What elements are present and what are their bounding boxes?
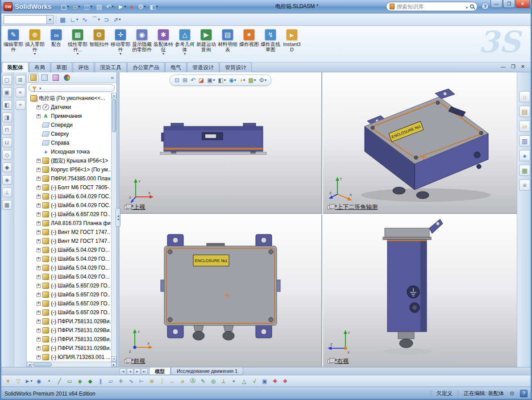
expand-icon[interactable] <box>37 329 41 333</box>
tree-item[interactable]: Корпус IP56<1> (По ум... <box>28 165 116 174</box>
tab-office-products[interactable]: 办公室产品 <box>127 62 165 72</box>
tree-item[interactable]: (-) ПФРИ.758131.029Ви... <box>28 317 116 326</box>
scroll-down-button[interactable] <box>112 356 116 362</box>
filter-sketch-points-icon[interactable]: ✛ <box>116 377 125 386</box>
expand-icon[interactable] <box>37 257 41 261</box>
spline-icon[interactable]: ∿ <box>81 16 89 24</box>
show-hidden-components-button[interactable]: ◉ 显示隐藏的零部件 <box>131 28 153 52</box>
expand-icon[interactable] <box>37 105 41 109</box>
filter-surface-bodies-icon[interactable]: ◈ <box>75 377 84 386</box>
tab-sketch[interactable]: 草图 <box>51 62 72 72</box>
filter-datum-targets-icon[interactable]: ⌖ <box>229 377 238 386</box>
expand-icon[interactable] <box>37 186 41 190</box>
hide-show-items-icon[interactable]: ◉ <box>229 77 236 83</box>
display-style-icon[interactable]: ◧ <box>218 77 225 83</box>
undo-button[interactable]: ↶ <box>105 3 115 11</box>
trim-entities-icon[interactable]: ⊃ <box>103 16 111 24</box>
tree-scrollbar[interactable] <box>111 93 116 362</box>
filter-connection-points-icon[interactable]: ❖ <box>281 377 290 386</box>
filter-surface-finish-icon[interactable]: √ <box>250 377 259 386</box>
apply-scene-icon[interactable]: ▦ <box>248 77 256 83</box>
scenes-icon[interactable]: ▦ <box>519 165 530 176</box>
view-selector-icon[interactable]: ▦ <box>2 200 12 210</box>
save-button[interactable]: ◫ <box>83 3 93 11</box>
selection-filter-toggle-icon[interactable]: ▼ <box>4 377 12 386</box>
tree-item[interactable]: (-) Шайба 5.04.029 ГО... <box>28 272 116 281</box>
view-left-icon[interactable]: ◧ <box>2 100 12 110</box>
expand-icon[interactable] <box>37 311 41 315</box>
search-dropdown-icon[interactable] <box>466 3 468 11</box>
view-palette-icon[interactable]: ▥ <box>519 135 530 146</box>
filter-axes-icon[interactable]: ∥ <box>96 377 105 386</box>
smart-fasteners-button[interactable]: ⚙ 智能扣件 <box>88 28 110 47</box>
tree-filter[interactable] <box>29 84 115 92</box>
normal-to-icon[interactable]: ⊥ <box>2 188 12 197</box>
tree-item[interactable]: (-) Винт М2 ГОСТ 1747... <box>28 228 116 237</box>
select-arrow-icon[interactable]: ► <box>24 377 33 386</box>
expand-icon[interactable] <box>37 320 41 324</box>
mate-button[interactable]: ∞ 配合 <box>46 28 67 47</box>
tree-item[interactable]: Исходная точка <box>28 147 116 156</box>
filter-dimensions-icon[interactable]: ↔ <box>168 377 177 386</box>
tree-hscrollbar[interactable] <box>27 362 116 367</box>
scrollbar-track[interactable] <box>112 133 116 356</box>
viewport-label[interactable]: *上下二等角轴测 <box>328 203 378 211</box>
help-button[interactable]: ? <box>482 3 489 10</box>
configurationmanager-tab[interactable] <box>51 73 61 82</box>
view-top-icon[interactable]: ⊓ <box>2 125 12 135</box>
expand-icon[interactable] <box>37 302 41 306</box>
rebuild-button[interactable]: ● <box>129 3 135 11</box>
expand-icon[interactable] <box>37 293 41 297</box>
doc-minimize-button[interactable]: — <box>501 64 506 69</box>
filter-weld-symbols-icon[interactable]: △ <box>240 377 249 386</box>
tab-tubing[interactable]: 管筒设计 <box>220 62 252 72</box>
filter-dropdown-icon[interactable] <box>39 85 42 91</box>
convert-entities-icon[interactable]: ⇗ <box>112 16 122 24</box>
tree-item[interactable]: Примечания <box>28 112 116 121</box>
expand-icon[interactable] <box>37 248 41 252</box>
hscroll-track[interactable] <box>53 362 111 367</box>
tab-motion-study[interactable]: Исследование движения 1 <box>171 367 243 375</box>
design-binder-icon[interactable]: ▦ <box>58 16 67 24</box>
filter-balloons-icon[interactable]: ◎ <box>209 377 218 386</box>
tree-item[interactable]: (-) Шайба 5.65Г.029 ГО... <box>28 290 116 299</box>
select-button[interactable]: ► <box>116 3 128 11</box>
insert-components-button[interactable]: ⊕ 插入零部件 <box>24 28 46 56</box>
filter-blocks-icon[interactable]: ▣ <box>260 377 269 386</box>
new-motion-study-button[interactable]: ▶ 新建运动算例 <box>195 28 217 52</box>
filter-sketch-segments-icon[interactable]: ∿ <box>127 377 136 386</box>
tree-item[interactable]: (-) Шайба 5.65Г.029 ГО... <box>28 308 116 317</box>
tree-item[interactable]: ПФРИ.754385.000 План... <box>28 174 116 183</box>
tree-item[interactable]: (-) Шайба 6.65Г.029 ГО... <box>28 210 116 219</box>
filter-solid-bodies-icon[interactable]: ◆ <box>86 377 95 386</box>
expand-icon[interactable] <box>37 230 41 234</box>
expand-panel-chevron[interactable]: » <box>111 75 115 81</box>
viewport-isometric-view[interactable]: ENCLOSURE №1 Y X Z *上下二等角轴测 <box>323 72 517 214</box>
filter-faces-icon[interactable]: ▭ <box>65 377 74 386</box>
filter-annotations-icon[interactable]: Ⓐ <box>188 377 197 386</box>
view-trimetric-icon[interactable]: ◈ <box>2 175 12 185</box>
tree-item[interactable]: Датчики <box>28 103 116 112</box>
graphics-area[interactable]: ⊡ ⊞ ↶ <box>120 72 517 367</box>
tree-item[interactable]: ЛА8.816.073 Планка фи... <box>28 219 116 228</box>
tree-item[interactable]: (-) Шайба 5.04.029 ГО... <box>28 246 116 254</box>
tab-layout[interactable]: 布局 <box>29 62 50 72</box>
filter-planes-icon[interactable]: ▱ <box>106 377 115 386</box>
tree-item[interactable]: (-) Шайба 5.65Г.029 ГО... <box>28 281 116 290</box>
view-bottom-icon[interactable]: ⊔ <box>2 138 12 147</box>
viewport-label[interactable]: *右视 <box>328 357 349 365</box>
filter-gtol-icon[interactable]: ⊥ <box>219 377 228 386</box>
tab-electrical[interactable]: 电气 <box>165 62 187 72</box>
tab-model[interactable]: 模型 <box>149 367 170 375</box>
enclosure-top-view-model[interactable] <box>158 119 269 160</box>
filter-center-marks-icon[interactable]: ⊕ <box>147 377 156 386</box>
expand-icon[interactable] <box>37 204 41 208</box>
tab-evaluate[interactable]: 评估 <box>73 62 94 72</box>
view-right-icon[interactable]: ◨ <box>2 112 12 122</box>
tree-item[interactable]: (固定) Крышка IP56<1> <box>28 156 116 165</box>
open-button[interactable]: ▱ <box>72 3 82 11</box>
tree-item[interactable]: (-) Шайба 5.04.029 ГО... <box>28 254 116 263</box>
expand-icon[interactable] <box>37 114 41 118</box>
tree-item[interactable]: (-) Шайба 6.04.029 ГОС... <box>28 201 116 210</box>
assembly-features-button[interactable]: ✱ 装配体特征 <box>153 28 174 56</box>
